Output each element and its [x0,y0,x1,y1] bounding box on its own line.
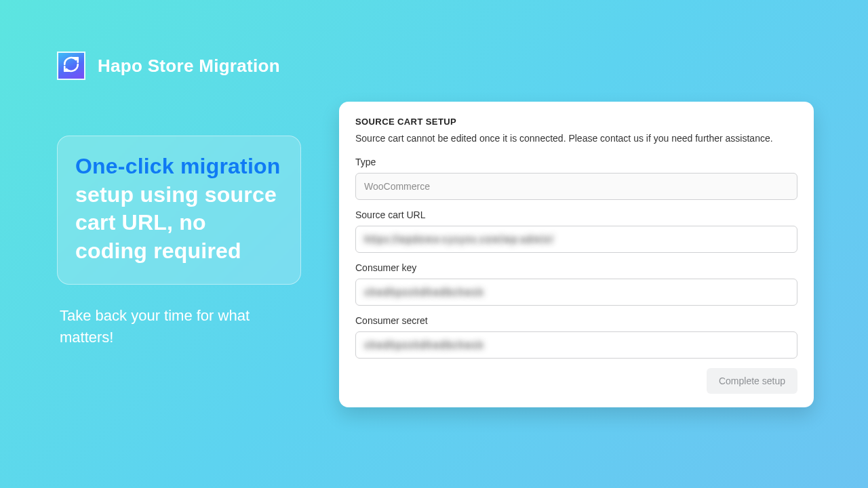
source-cart-setup-card: Source Cart Setup Source cart cannot be … [339,102,814,407]
type-value: WooCommerce [364,181,430,192]
consumer-key-label: Consumer key [355,262,797,273]
marketing-column: One-click migration setup using source c… [57,136,301,348]
form-heading: Source Cart Setup [355,117,797,127]
hero-accent-2: migration [180,154,281,178]
field-type: Type WooCommerce [355,157,797,200]
field-consumer-secret: Consumer secret shwdhposhdhwdbchwsb [355,315,797,359]
brand-title: Hapo Store Migration [98,56,280,77]
consumer-secret-value: shwdhposhdhwdbchwsb [364,340,484,350]
consumer-secret-label: Consumer secret [355,315,797,326]
source-url-label: Source cart URL [355,209,797,220]
consumer-secret-input[interactable]: shwdhposhdhwdbchwsb [355,331,797,359]
hero-rest: setup using source cart URL, no coding r… [75,182,277,263]
type-input[interactable]: WooCommerce [355,173,797,200]
source-url-input[interactable]: https://wpdemo-cysync.com/wp-admin/ [355,226,797,253]
hero-card: One-click migration setup using source c… [57,136,301,285]
complete-setup-button[interactable]: Complete setup [707,368,797,394]
hero-accent-1: One-click [75,154,174,178]
sync-icon [62,56,80,76]
consumer-key-input[interactable]: shwdhposhdhwdbchwsb [355,279,797,306]
field-source-url: Source cart URL https://wpdemo-cysync.co… [355,209,797,253]
hero-headline: One-click migration setup using source c… [75,152,283,265]
app-logo [57,52,85,80]
source-url-value: https://wpdemo-cysync.com/wp-admin/ [364,234,553,245]
consumer-key-value: shwdhposhdhwdbchwsb [364,287,484,298]
type-label: Type [355,157,797,167]
tagline: Take back your time for what matters! [57,305,301,348]
brand-row: Hapo Store Migration [57,52,280,80]
form-actions: Complete setup [355,368,797,394]
form-help-text: Source cart cannot be edited once it is … [355,132,797,146]
field-consumer-key: Consumer key shwdhposhdhwdbchwsb [355,262,797,306]
